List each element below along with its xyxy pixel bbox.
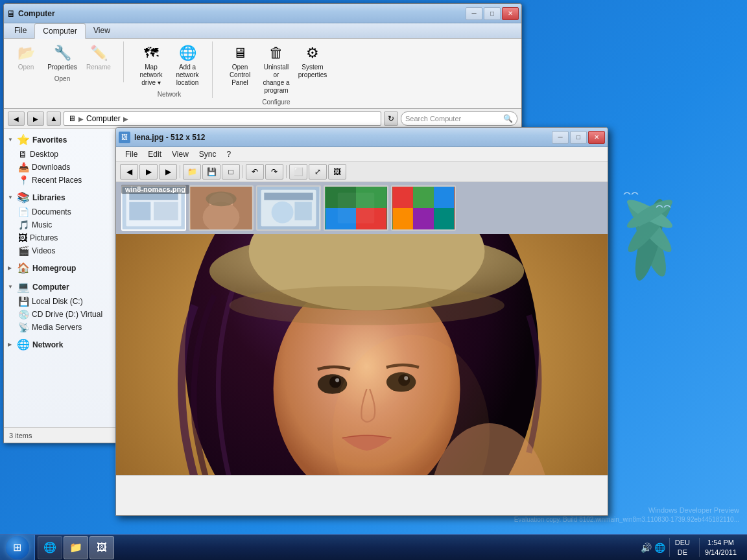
- local-disk-label: Local Disk (C:): [32, 297, 83, 306]
- address-arrow-2: ▶: [123, 115, 128, 122]
- ribbon-group-configure-items: 🖥 Open ControlPanel 🗑 Uninstall orchange…: [223, 41, 329, 96]
- svg-point-14: [206, 192, 236, 207]
- ribbon-group-network-label: Network: [158, 91, 182, 98]
- iv-menu-view[interactable]: View: [167, 148, 194, 160]
- sidebar-libraries-header[interactable]: ▼ 📚 Libraries: [4, 189, 117, 205]
- svg-rect-27: [393, 187, 413, 208]
- sidebar-computer-header[interactable]: ▼ 💻 Computer: [4, 279, 117, 295]
- cd-drive-icon: 💿: [18, 309, 29, 320]
- ribbon-control-panel-button[interactable]: 🖥 Open ControlPanel: [223, 41, 257, 96]
- systray-clock[interactable]: 1:54 PM 9/14/2011: [699, 538, 742, 557]
- back-button[interactable]: ◀: [8, 111, 25, 126]
- taskbar-imageviewer-button[interactable]: 🖼: [89, 536, 114, 559]
- ribbon-properties-button[interactable]: 🔧 Properties: [45, 41, 79, 73]
- iv-open-button[interactable]: 📁: [183, 164, 201, 180]
- sidebar-item-videos[interactable]: 🎬 Videos: [4, 244, 117, 257]
- start-orb: [6, 536, 29, 559]
- desktop-label: Desktop: [30, 150, 58, 159]
- ribbon-uninstall-button[interactable]: 🗑 Uninstall orchange a program: [259, 41, 293, 96]
- favorites-icon: ⭐: [17, 134, 30, 146]
- iv-menu-sync[interactable]: Sync: [194, 148, 222, 160]
- homegroup-label: Homegroup: [32, 264, 76, 273]
- ribbon-system-props-button[interactable]: ⚙ Systemproperties: [296, 41, 329, 96]
- iv-rotate-right-button[interactable]: ↷: [265, 164, 283, 180]
- ribbon-open-button[interactable]: 📂 Open: [9, 41, 43, 73]
- sidebar-item-desktop[interactable]: 🖥 Desktop: [4, 148, 117, 161]
- imageviewer-menubar: File Edit View Sync ?: [116, 147, 608, 162]
- explorer-close-button[interactable]: ✕: [502, 7, 519, 20]
- ribbon-add-network-label: Add a networklocation: [172, 64, 203, 87]
- network-systray-icon[interactable]: 🌐: [654, 542, 665, 553]
- sidebar-item-recent[interactable]: 📍 Recent Places: [4, 174, 117, 187]
- sidebar-item-cd-drive[interactable]: 💿 CD Drive (D:) Virtual: [4, 308, 117, 321]
- address-field[interactable]: 🖥 ▶ Computer ▶: [64, 111, 381, 126]
- svg-rect-31: [413, 208, 434, 229]
- videos-icon: 🎬: [18, 246, 29, 256]
- imageviewer-maximize-button[interactable]: □: [570, 131, 587, 144]
- sidebar-item-music[interactable]: 🎵 Music: [4, 218, 117, 231]
- map-drive-icon: 🗺: [141, 43, 161, 64]
- sidebar-network-header[interactable]: ▶ 🌐 Network: [4, 336, 117, 353]
- thumbnail-3[interactable]: [256, 185, 321, 231]
- sidebar-item-local-disk[interactable]: 💾 Local Disk (C:): [4, 295, 117, 308]
- sidebar-homegroup-header[interactable]: ▶ 🏠 Homegroup: [4, 260, 117, 276]
- iv-menu-file[interactable]: File: [120, 148, 143, 160]
- iv-save-button[interactable]: 💾: [202, 164, 220, 180]
- thumbnail-4[interactable]: [324, 185, 388, 231]
- iv-rotate-left-button[interactable]: ↶: [246, 164, 264, 180]
- imageviewer-content: File Edit View Sync ? ◀ ▶ ▶ 📁 💾 □ ↶ ↷ ⬜ …: [116, 147, 608, 515]
- sidebar-item-pictures[interactable]: 🖼 Pictures: [4, 231, 117, 244]
- start-button[interactable]: [0, 535, 35, 561]
- svg-point-18: [272, 202, 294, 224]
- imageviewer-minimize-button[interactable]: ─: [552, 131, 569, 144]
- refresh-button[interactable]: ↻: [384, 111, 398, 126]
- ribbon-tab-computer[interactable]: Computer: [34, 23, 86, 39]
- iv-pause-button[interactable]: ▶: [139, 164, 158, 180]
- thumbnail-5[interactable]: [391, 185, 456, 231]
- ribbon-tab-view[interactable]: View: [86, 23, 118, 38]
- sidebar-favorites-header[interactable]: ▼ ⭐ Favorites: [4, 132, 117, 148]
- sidebar-item-media-servers[interactable]: 📡 Media Servers: [4, 321, 117, 334]
- iv-next-button[interactable]: ▶: [159, 164, 177, 180]
- iv-fullscreen-button[interactable]: ⤢: [309, 164, 327, 180]
- watermark-line2: Evaluation copy. Build 8102.winmain_win8…: [514, 515, 739, 524]
- iv-fit-button[interactable]: ⬜: [289, 164, 307, 180]
- iv-thumbstrip-button[interactable]: 🖼: [328, 164, 346, 180]
- up-button[interactable]: ▲: [47, 111, 61, 126]
- uninstall-icon: 🗑: [266, 43, 287, 64]
- thumbnail-2[interactable]: [189, 185, 254, 231]
- svg-rect-30: [393, 208, 413, 229]
- rename-icon: ✏️: [88, 43, 109, 64]
- search-icon[interactable]: 🔍: [503, 114, 513, 123]
- downloads-label: Downloads: [32, 163, 70, 172]
- volume-icon[interactable]: 🔊: [641, 542, 652, 553]
- search-placeholder: Search Computer: [405, 115, 501, 122]
- search-box[interactable]: Search Computer 🔍: [401, 111, 517, 126]
- sidebar-item-downloads[interactable]: 📥 Downloads: [4, 161, 117, 174]
- ribbon-group-open-label: Open: [54, 75, 70, 82]
- imageviewer-image-area: [116, 234, 608, 475]
- iv-menu-help[interactable]: ?: [222, 148, 237, 160]
- forward-button[interactable]: ▶: [27, 111, 44, 126]
- systray-language[interactable]: DEU DE: [669, 538, 695, 557]
- status-text: 3 items: [9, 432, 32, 439]
- taskbar-explorer-button[interactable]: 📁: [64, 536, 88, 559]
- systray-icons: 🔊 🌐: [641, 542, 665, 553]
- explorer-minimize-button[interactable]: ─: [466, 7, 482, 20]
- iv-prev-button[interactable]: ◀: [120, 164, 138, 180]
- sidebar-item-documents[interactable]: 📄 Documents: [4, 205, 117, 218]
- taskbar-ie-button[interactable]: 🌐: [38, 536, 62, 559]
- ribbon-tab-file[interactable]: File: [6, 23, 34, 38]
- ribbon-map-drive-label: Map networkdrive ▾: [136, 64, 167, 87]
- iv-menu-edit[interactable]: Edit: [143, 148, 167, 160]
- ribbon-add-network-button[interactable]: 🌐 Add a networklocation: [171, 41, 204, 88]
- ribbon-map-drive-button[interactable]: 🗺 Map networkdrive ▾: [134, 41, 168, 88]
- imageviewer-close-button[interactable]: ✕: [588, 131, 605, 144]
- iv-copy-button[interactable]: □: [222, 164, 240, 180]
- ribbon-rename-button[interactable]: ✏️ Rename: [82, 41, 115, 73]
- explorer-maximize-button[interactable]: □: [484, 7, 501, 20]
- music-icon: 🎵: [18, 220, 29, 230]
- ribbon-properties-label: Properties: [47, 64, 77, 71]
- ribbon-group-configure-label: Configure: [262, 99, 290, 106]
- media-servers-label: Media Servers: [32, 323, 82, 332]
